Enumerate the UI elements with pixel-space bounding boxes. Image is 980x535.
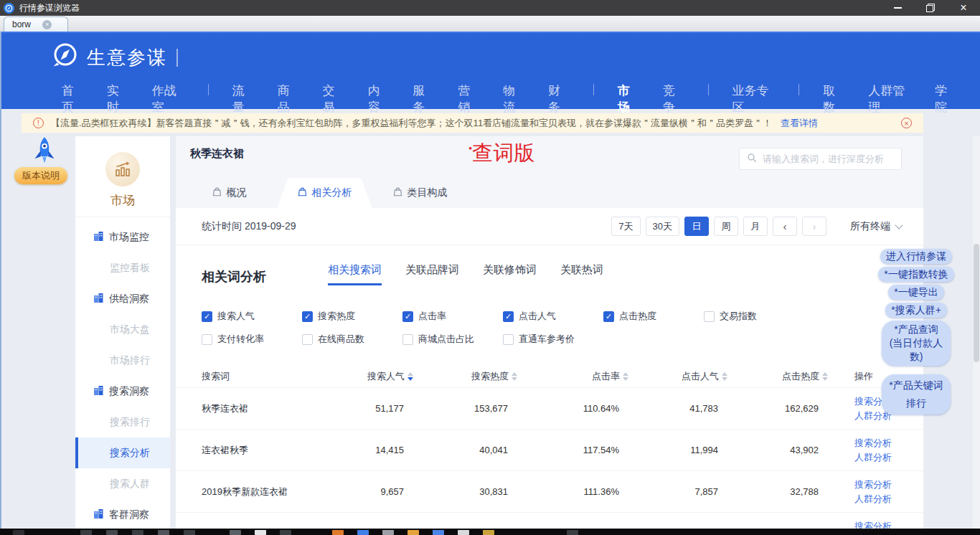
bag-icon <box>298 187 307 199</box>
column-header-label: 搜索人气 <box>367 370 405 383</box>
close-button[interactable]: × <box>947 0 980 16</box>
period-week-button[interactable]: 周 <box>714 217 738 236</box>
tab-related-analysis[interactable]: 相关分析 <box>277 178 372 208</box>
index-convert-button[interactable]: *一键指数转换 <box>878 267 953 282</box>
audience-analysis-link[interactable]: 人群分析 <box>854 452 923 463</box>
taskbar-icon[interactable] <box>332 530 344 535</box>
minimize-button[interactable] <box>881 0 914 16</box>
table-row: 2019秋季新款连衣裙 9,657 30,831 111.36% 7,857 3… <box>176 470 923 512</box>
period-7d-button[interactable]: 7天 <box>611 217 640 236</box>
tab-related-search-words[interactable]: 相关搜索词 <box>328 263 382 285</box>
table-header-row: 搜索词 搜索人气 搜索热度 点击率 点击人气 点击热度 操作 <box>176 366 923 387</box>
enter-market-advisor-button[interactable]: 进入行情参谋 <box>880 249 952 264</box>
taskbar-icon[interactable] <box>184 530 195 535</box>
sidebar-item-market-ranking[interactable]: 市场排行 <box>75 345 170 376</box>
taskbar-icon[interactable] <box>230 530 241 535</box>
click-popularity-cell: 7,857 <box>628 486 727 497</box>
watermark-text: 查词版 <box>472 141 534 164</box>
checkbox-search-popularity[interactable]: ✓搜索人气 <box>202 310 302 323</box>
audience-analysis-link[interactable]: 人群分析 <box>854 493 923 505</box>
banner-details-link[interactable]: 查看详情 <box>781 117 818 130</box>
checkbox-icon <box>402 334 413 345</box>
sidebar-item-market-monitor[interactable]: 市场监控 <box>75 222 170 252</box>
search-analysis-link[interactable]: 搜索分析 <box>854 437 923 449</box>
column-header-search-heat[interactable]: 搜索热度 <box>413 370 517 383</box>
checkbox-click-popularity[interactable]: ✓点击人气 <box>503 310 603 323</box>
taskbar-icon[interactable] <box>382 530 394 535</box>
terminal-dropdown[interactable]: 所有终端 <box>850 220 902 233</box>
tab-overview[interactable]: 概况 <box>182 178 277 208</box>
sidebar-item-search-ranking[interactable]: 搜索排行 <box>75 407 170 437</box>
period-day-button[interactable]: 日 <box>684 217 709 236</box>
column-header-search-popularity[interactable]: 搜索人气 <box>356 370 413 383</box>
building-icon <box>93 508 104 521</box>
one-click-export-button[interactable]: *一键导出 <box>888 285 943 300</box>
column-header-click-rate[interactable]: 点击率 <box>517 370 628 383</box>
taskbar-icon[interactable] <box>158 530 169 535</box>
sort-icon[interactable] <box>623 372 628 381</box>
sidebar-item-search-audience[interactable]: 搜索人群 <box>75 468 170 499</box>
version-notes-badge[interactable]: 版本说明 <box>14 167 67 184</box>
checkbox-online-products[interactable]: 在线商品数 <box>302 333 402 346</box>
building-icon <box>93 293 104 305</box>
sidebar-item-search-analysis[interactable]: 搜索分析 <box>75 437 170 468</box>
taskbar-icon[interactable] <box>357 530 369 535</box>
sort-icon[interactable] <box>407 372 413 381</box>
search-box[interactable] <box>739 148 902 170</box>
nav-item-academy[interactable]: 学院 <box>935 82 956 126</box>
sidebar-item-monitor-board[interactable]: 监控看板 <box>75 252 170 283</box>
bag-icon <box>212 187 222 199</box>
product-query-button[interactable]: *产品查询(当日付款人数) <box>882 321 951 366</box>
prev-date-button[interactable]: ‹ <box>773 217 797 236</box>
taskbar-icon[interactable] <box>255 530 266 535</box>
sort-icon[interactable] <box>822 372 828 381</box>
sort-icon[interactable] <box>512 372 517 381</box>
taskbar-icon[interactable] <box>458 530 469 535</box>
taskbar-icon[interactable] <box>13 530 24 535</box>
checkbox-mall-click-share[interactable]: 商城点击占比 <box>402 333 503 346</box>
taskbar-icon[interactable] <box>80 530 92 535</box>
product-keyword-ranking-button[interactable]: *产品关键词排行 <box>882 374 951 415</box>
checkbox-ztc-reference-price[interactable]: 直通车参考价 <box>503 333 603 346</box>
banner-close-icon[interactable]: × <box>901 118 912 128</box>
taskbar-icon[interactable] <box>407 530 419 535</box>
browser-tab[interactable]: borw × <box>4 16 68 32</box>
checkbox-label: 搜索人气 <box>217 310 255 323</box>
taskbar-icon[interactable] <box>280 530 291 535</box>
tab-related-modifier-words[interactable]: 关联修饰词 <box>483 263 537 285</box>
taskbar-icon[interactable] <box>132 530 143 535</box>
period-month-button[interactable]: 月 <box>743 217 768 236</box>
checkbox-payment-conversion[interactable]: 支付转化率 <box>202 333 302 346</box>
sidebar: 市场 市场监控 监控看板 供给洞察 市场大盘 市场排行 搜索洞察 搜索排行 搜索… <box>75 136 170 535</box>
restore-button[interactable] <box>914 0 947 16</box>
taskbar-icon[interactable] <box>433 530 444 535</box>
tab-close-icon[interactable]: × <box>42 20 52 29</box>
sidebar-item-supply-insight[interactable]: 供给洞察 <box>75 283 170 314</box>
related-words-table: 搜索词 搜索人气 搜索热度 点击率 点击人气 点击热度 操作 秋季连衣裙 51,… <box>176 366 923 535</box>
sidebar-module-header: 市场 <box>75 136 170 217</box>
taskbar-icon[interactable] <box>567 530 578 535</box>
next-date-button[interactable]: › <box>802 217 826 236</box>
tab-related-brand-words[interactable]: 关联品牌词 <box>405 263 459 285</box>
checkbox-click-heat[interactable]: ✓点击热度 <box>603 310 704 323</box>
column-header-click-heat[interactable]: 点击热度 <box>727 370 828 383</box>
scrollbar-thumb[interactable] <box>974 244 979 362</box>
metric-filters: ✓搜索人气 ✓搜索热度 ✓点击率 ✓点击人气 ✓点击热度 交易指数 支付转化率 … <box>176 285 923 346</box>
taskbar-icon[interactable] <box>483 530 494 535</box>
checkbox-transaction-index[interactable]: 交易指数 <box>704 310 804 323</box>
taskbar-icon[interactable] <box>106 530 118 535</box>
search-analysis-link[interactable]: 搜索分析 <box>854 479 923 491</box>
tab-related-hot-words[interactable]: 关联热词 <box>560 263 603 285</box>
search-audience-plus-button[interactable]: *搜索人群+ <box>885 303 947 318</box>
tab-category-composition[interactable]: 类目构成 <box>372 178 468 208</box>
sidebar-item-market-overview[interactable]: 市场大盘 <box>75 314 170 345</box>
sidebar-item-customer-insight[interactable]: 客群洞察 <box>75 499 170 530</box>
sidebar-item-search-insight[interactable]: 搜索洞察 <box>75 376 170 407</box>
search-input[interactable] <box>763 153 894 164</box>
column-header-label: 搜索热度 <box>471 370 509 383</box>
checkbox-search-heat[interactable]: ✓搜索热度 <box>302 310 402 323</box>
period-30d-button[interactable]: 30天 <box>646 217 679 236</box>
checkbox-click-rate[interactable]: ✓点击率 <box>402 310 503 323</box>
column-header-click-popularity[interactable]: 点击人气 <box>628 370 727 383</box>
sort-icon[interactable] <box>722 372 727 381</box>
